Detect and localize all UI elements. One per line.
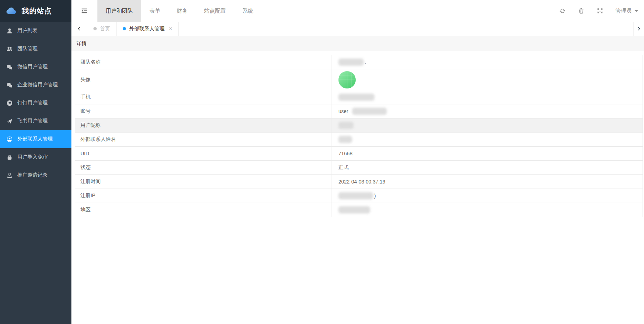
table-row: 手机 <box>75 90 643 104</box>
chevron-left-icon <box>77 26 82 31</box>
action-fullscreen[interactable] <box>597 8 603 14</box>
top-menu-item[interactable]: 系统 <box>234 0 262 22</box>
sidebar-item[interactable]: 飞书用户管理 <box>0 112 71 130</box>
redacted-value <box>338 206 370 213</box>
sidebar-item-label: 推广邀请记录 <box>17 172 48 178</box>
sidebar-item-label: 团队管理 <box>17 46 38 52</box>
site-logo[interactable]: 我的站点 <box>0 0 71 22</box>
row-value: user_ <box>332 104 643 118</box>
sidebar-item-label: 飞书用户管理 <box>17 118 48 124</box>
user-dropdown[interactable]: 管理员 <box>615 8 638 14</box>
wechat-icon <box>6 64 13 70</box>
row-value: ) <box>332 189 643 203</box>
row-label: 头像 <box>75 69 332 90</box>
user-icon <box>6 28 13 34</box>
sidebar-item[interactable]: 推广邀请记录 <box>0 166 71 184</box>
row-value: . <box>332 55 643 69</box>
row-label: 注册IP <box>75 189 332 203</box>
sidebar-item[interactable]: 外部联系人管理 <box>0 130 71 148</box>
row-value-suffix: . <box>365 59 366 65</box>
tab-bar: 首页外部联系人管理× <box>71 22 644 36</box>
top-menu-list: 用户和团队表单财务站点配置系统 <box>97 0 262 22</box>
user-name: 管理员 <box>615 8 632 14</box>
main-area: 用户和团队表单财务站点配置系统 管理员 首页外部联系人管理× <box>71 0 644 324</box>
tab-status-dot <box>123 27 126 30</box>
row-label: 状态 <box>75 161 332 174</box>
sidebar-item[interactable]: 微信用户管理 <box>0 58 71 76</box>
row-value <box>332 203 643 217</box>
invite-icon <box>6 172 13 178</box>
row-label: UID <box>75 147 332 160</box>
top-menu-item[interactable]: 财务 <box>168 0 196 22</box>
refresh-icon <box>559 8 566 14</box>
table-row: 外部联系人姓名 <box>75 133 643 147</box>
site-name: 我的站点 <box>22 6 52 16</box>
table-row: 地区 <box>75 203 643 217</box>
row-value <box>332 133 643 146</box>
row-value-prefix: user_ <box>338 108 351 114</box>
table-row: 账号user_ <box>75 104 643 118</box>
row-value: 正式 <box>332 161 643 174</box>
sidebar-item[interactable]: 团队管理 <box>0 40 71 58</box>
top-menu-item[interactable]: 用户和团队 <box>97 0 141 22</box>
page-header: 详情 <box>71 36 644 51</box>
sidebar: 我的站点 用户列表团队管理微信用户管理企业微信用户管理钉钉用户管理飞书用户管理外… <box>0 0 71 324</box>
table-row: 团队名称. <box>75 55 643 69</box>
top-navbar: 用户和团队表单财务站点配置系统 管理员 <box>71 0 644 22</box>
tab-label: 首页 <box>100 26 110 32</box>
caret-down-icon <box>635 10 638 14</box>
tab-item[interactable]: 外部联系人管理× <box>117 22 179 36</box>
row-value-text: 71668 <box>338 151 352 156</box>
row-value-suffix: ) <box>374 193 376 199</box>
tab-label: 外部联系人管理 <box>129 26 165 32</box>
avatar <box>338 71 356 88</box>
open-tabs: 首页外部联系人管理× <box>87 22 179 36</box>
tabs-scroll-left-button[interactable] <box>71 22 87 36</box>
page-title: 详情 <box>76 40 87 47</box>
redacted-value <box>352 108 387 115</box>
row-label: 注册时间 <box>75 175 332 189</box>
redacted-value <box>338 94 374 101</box>
row-value-text: 2022-04-03 00:37:19 <box>338 179 385 185</box>
row-value <box>332 90 643 104</box>
row-value <box>332 69 643 90</box>
sidebar-item-label: 钉钉用户管理 <box>17 100 48 106</box>
collapse-sidebar-button[interactable] <box>71 0 97 22</box>
table-row: 用户昵称 <box>75 118 643 133</box>
content-area: 团队名称.头像手机账号user_用户昵称外部联系人姓名UID71668状态正式注… <box>71 51 644 324</box>
lock-icon <box>6 154 13 160</box>
table-row: 注册IP) <box>75 189 643 203</box>
row-value: 71668 <box>332 147 643 160</box>
action-clear-cache[interactable] <box>578 8 584 14</box>
external-contact-icon <box>6 136 13 142</box>
sidebar-item-label: 微信用户管理 <box>17 64 48 70</box>
table-row: 状态正式 <box>75 161 643 175</box>
nav-actions: 管理员 <box>559 0 644 22</box>
sidebar-item-label: 用户导入免审 <box>17 154 48 160</box>
sidebar-item[interactable]: 用户列表 <box>0 22 71 40</box>
tabs-scroll-right-button[interactable] <box>633 22 644 36</box>
sidebar-item-label: 外部联系人管理 <box>17 136 53 142</box>
action-refresh[interactable] <box>559 8 566 14</box>
top-menu-item[interactable]: 站点配置 <box>196 0 234 22</box>
cloud-icon <box>5 7 18 15</box>
top-menu-item[interactable]: 表单 <box>141 0 168 22</box>
sidebar-item[interactable]: 钉钉用户管理 <box>0 94 71 112</box>
row-value-text: 正式 <box>338 164 349 171</box>
tab-close-icon[interactable]: × <box>169 26 172 32</box>
redacted-value <box>338 59 364 66</box>
redacted-value <box>338 192 373 199</box>
row-label: 地区 <box>75 203 332 217</box>
sidebar-item[interactable]: 企业微信用户管理 <box>0 76 71 94</box>
table-row: UID71668 <box>75 147 643 161</box>
tab-item[interactable]: 首页 <box>87 22 117 36</box>
row-label: 手机 <box>75 90 332 104</box>
team-icon <box>6 46 13 52</box>
sidebar-item[interactable]: 用户导入免审 <box>0 148 71 166</box>
fullscreen-icon <box>597 8 603 14</box>
tab-status-dot <box>93 27 97 30</box>
table-row: 头像 <box>75 69 643 90</box>
row-label: 账号 <box>75 104 332 118</box>
chevron-right-icon <box>636 26 641 31</box>
paper-plane-icon <box>6 118 13 124</box>
